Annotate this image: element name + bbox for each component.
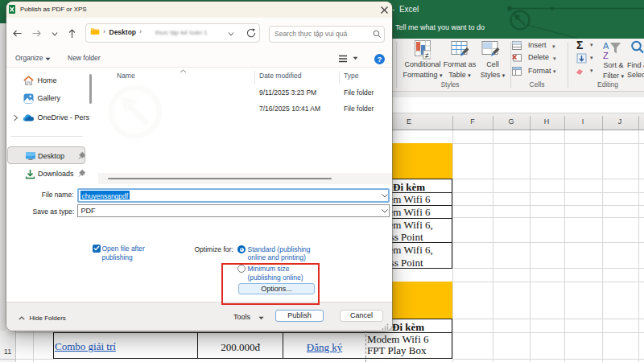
svg-text:Z: Z [603,51,609,60]
svg-text:A: A [603,41,609,51]
svg-text:≠: ≠ [425,51,429,60]
